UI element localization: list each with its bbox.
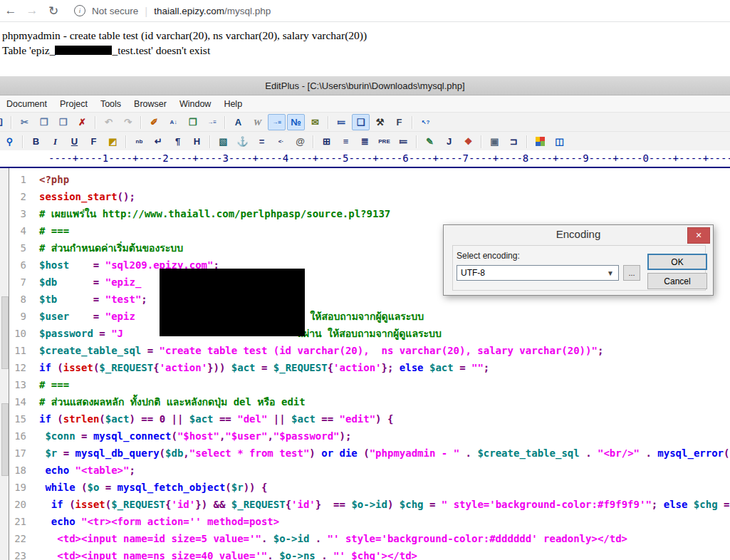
menu-window[interactable]: Window <box>173 99 217 109</box>
code-line-12[interactable]: 12if (isset($_REQUEST{'action'})) $act =… <box>0 359 730 376</box>
menu-help[interactable]: Help <box>217 99 249 109</box>
code-line-17[interactable]: 17 $r = mysql_db_query($db,"select * fro… <box>0 445 730 462</box>
code-text: if (isset($_REQUEST{'id'}) && $_REQUEST{… <box>39 496 729 513</box>
nbsp-button[interactable]: nb <box>130 133 148 150</box>
center-align-button[interactable]: ≡ <box>337 133 355 150</box>
select-tag-button[interactable]: ⊐ <box>505 133 523 150</box>
code-line-16[interactable]: 16 $conn = mysql_connect("$host","$user"… <box>0 427 730 445</box>
code-line-3[interactable]: 3# เผยแพร่ใน http://www.thaiall.com/perl… <box>0 205 730 222</box>
code-line-18[interactable]: 18 echo "<table>"; <box>0 462 730 479</box>
code-text: # ส่วนกำหนดค่าเริ่มต้นของระบบ <box>39 239 183 256</box>
cut-button[interactable]: ✂ <box>16 114 33 130</box>
code-line-9[interactable]: 9$user = "epiz ช้ ให้สอบถามจากผู้ดูแลระบ… <box>0 308 730 325</box>
code-line-1[interactable]: 1<?php <box>0 171 730 188</box>
toolbar-separator <box>481 135 482 148</box>
strip-thumb[interactable] <box>1 403 9 476</box>
paragraph-button[interactable]: ¶ <box>169 133 187 150</box>
back-icon[interactable]: ← <box>0 4 21 18</box>
encoding-dialog: Encoding ✕ Select encoding: UTF-8 ▼ ... … <box>443 224 714 296</box>
java-applet-button[interactable]: J <box>440 133 458 150</box>
word-wrap-button[interactable]: W <box>249 114 266 130</box>
list-button[interactable]: ≔ <box>395 133 412 150</box>
close-icon[interactable]: ✕ <box>687 227 710 244</box>
code-line-14[interactable]: 14# ส่วนแสดงผลหลัก ทั้งปกติ และหลังกดปุ่… <box>0 393 730 410</box>
split-frame-button[interactable]: ◫ <box>551 133 568 150</box>
folder-button[interactable]: ▣ <box>486 133 504 150</box>
code-line-20[interactable]: 20 if (isset($_REQUEST{'id'}) && $_REQUE… <box>0 496 730 513</box>
left-scroll-strip[interactable] <box>0 168 9 560</box>
refresh-icon[interactable]: ↻ <box>43 4 64 19</box>
menu-browser[interactable]: Browser <box>127 99 173 109</box>
script-button[interactable]: ✎ <box>421 133 439 150</box>
font-button[interactable]: A <box>229 114 247 130</box>
toolbar-separator <box>526 135 528 148</box>
code-text: <td><input name=ns size=40 value='". $o-… <box>39 547 417 560</box>
undo-button[interactable]: ↶ <box>100 114 118 130</box>
address-bar[interactable]: i Not secure | thaiall.epizy.com/mysql.p… <box>74 5 271 17</box>
line-break-button[interactable]: ↵ <box>150 133 167 150</box>
strip-thumb[interactable] <box>1 296 9 369</box>
redaction-box-code <box>160 269 305 336</box>
menu-bar: DocumentProjectToolsBrowserWindowHelp <box>0 95 730 112</box>
pre-button[interactable]: PRE <box>375 133 393 150</box>
copy-format-button[interactable]: ❐ <box>184 114 202 130</box>
browse-button[interactable]: ... <box>623 265 640 281</box>
code-line-15[interactable]: 15if (strlen($act) == 0 || $act == "del"… <box>0 410 730 427</box>
user-tools-button[interactable]: ⚒ <box>371 114 389 130</box>
info-icon[interactable]: i <box>74 5 85 16</box>
sort-button[interactable]: A↓ <box>165 114 182 130</box>
code-line-21[interactable]: 21 echo "<tr><form action='' method=post… <box>0 513 730 530</box>
toolbar-html: ⚲BIUF◩nb↵¶H▧⚓=<·@⊞≡≣PRE≔✎J❖▣⊐◫ <box>0 131 730 152</box>
menu-project[interactable]: Project <box>53 99 94 109</box>
code-text: echo "<table>"; <box>39 462 135 479</box>
code-line-19[interactable]: 19 while ($o = mysql_fetch_object($r)) { <box>0 479 730 496</box>
anchor-button[interactable]: ⚓ <box>234 133 251 150</box>
code-line-11[interactable]: 11$create_table_sql = "create table test… <box>0 342 730 359</box>
toolbar-separator <box>224 116 226 129</box>
underline-button[interactable]: U <box>66 133 83 150</box>
delete-button[interactable]: ✗ <box>73 114 91 130</box>
indent-list-button[interactable]: →≡ <box>203 114 221 130</box>
show-tabs-button[interactable]: →= <box>268 114 286 130</box>
line-numbers-button[interactable]: № <box>287 114 305 130</box>
table-button[interactable]: ⊞ <box>318 133 335 150</box>
image-button[interactable]: ▧ <box>214 133 232 150</box>
find-brush-button[interactable]: ✐ <box>145 114 163 130</box>
forward-icon[interactable]: → <box>21 4 43 18</box>
security-label: Not secure <box>92 6 138 16</box>
code-line-10[interactable]: 10$password = "J สผ่าน ให้สอบถามจากผู้ดู… <box>0 325 730 342</box>
code-line-22[interactable]: 22 <td><input name=id size=5 value='". $… <box>0 530 730 547</box>
redaction-box-page <box>55 46 112 55</box>
send-mail-button[interactable]: ✉ <box>306 114 324 130</box>
url-host: thaiall.epizy.com <box>154 6 224 16</box>
code-line-13[interactable]: 13# === <box>0 376 730 393</box>
font-tag-button[interactable]: F <box>85 133 103 150</box>
browser-preview-button[interactable]: ⚲ <box>1 133 19 150</box>
ok-button[interactable]: OK <box>647 254 707 270</box>
tag-button[interactable]: <· <box>272 133 290 150</box>
code-text: $r = mysql_db_query($db,"select * from t… <box>39 445 730 462</box>
code-line-23[interactable]: 23 <td><input name=ns size=40 value='". … <box>0 547 730 560</box>
italic-button[interactable]: I <box>46 133 64 150</box>
document-list-button[interactable]: ≔ <box>333 114 350 130</box>
code-line-2[interactable]: 2session_start(); <box>0 188 730 205</box>
encoding-select[interactable]: UTF-8 ▼ <box>457 265 619 281</box>
bold-button[interactable]: B <box>27 133 45 150</box>
color-palette-button[interactable]: ◩ <box>104 133 122 150</box>
new-document-button[interactable]: ❑ <box>0 114 7 130</box>
object-button[interactable]: ❖ <box>459 133 477 150</box>
redo-button[interactable]: ↷ <box>119 114 137 130</box>
context-help-button[interactable]: ↖? <box>417 114 434 130</box>
cancel-button[interactable]: Cancel <box>647 273 707 289</box>
copy-button[interactable]: ❐ <box>35 114 53 130</box>
menu-tools[interactable]: Tools <box>94 99 127 109</box>
hr-button[interactable]: = <box>253 133 271 150</box>
paste-button[interactable]: ❒ <box>54 114 72 130</box>
email-link-button[interactable]: @ <box>291 133 309 150</box>
side-panel-button[interactable]: ❑ <box>352 114 370 130</box>
function-list-button[interactable]: F <box>390 114 408 130</box>
activex-button[interactable] <box>531 133 549 150</box>
menu-document[interactable]: Document <box>0 99 53 109</box>
right-align-button[interactable]: ≣ <box>356 133 374 150</box>
heading-button[interactable]: H <box>188 133 206 150</box>
